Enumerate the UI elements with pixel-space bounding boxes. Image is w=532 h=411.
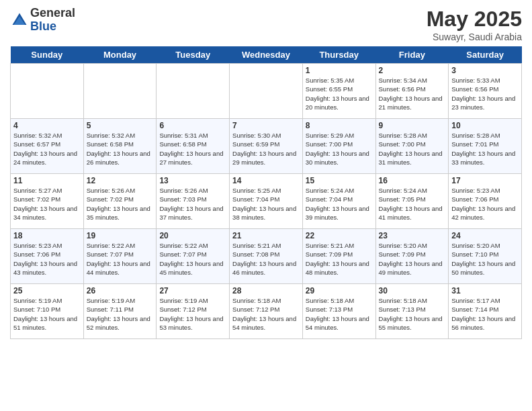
- cell-info: Sunrise: 5:30 AM Sunset: 6:59 PM Dayligh…: [232, 131, 300, 167]
- daylight-text: Daylight: 13 hours and 29 minutes.: [232, 150, 296, 166]
- calendar-cell-w2-d1: 4 Sunrise: 5:32 AM Sunset: 6:57 PM Dayli…: [11, 119, 84, 174]
- sunrise-text: Sunrise: 5:19 AM: [87, 297, 135, 304]
- sunset-text: Sunset: 7:11 PM: [87, 306, 134, 313]
- sunset-text: Sunset: 6:57 PM: [13, 140, 60, 148]
- day-number: 22: [306, 231, 373, 240]
- day-number: 29: [306, 286, 373, 295]
- daylight-text: Daylight: 13 hours and 46 minutes.: [232, 260, 296, 276]
- calendar-cell-w3-d5: 15 Sunrise: 5:24 AM Sunset: 7:04 PM Dayl…: [302, 174, 375, 229]
- calendar-cell-w3-d6: 16 Sunrise: 5:24 AM Sunset: 7:05 PM Dayl…: [375, 174, 449, 229]
- sunrise-text: Sunrise: 5:18 AM: [232, 297, 281, 304]
- header-wednesday: Wednesday: [230, 46, 303, 64]
- sunset-text: Sunset: 7:05 PM: [379, 195, 426, 203]
- cell-info: Sunrise: 5:22 AM Sunset: 7:07 PM Dayligh…: [87, 241, 154, 277]
- header-sunday: Sunday: [11, 46, 84, 64]
- sunrise-text: Sunrise: 5:34 AM: [379, 77, 427, 84]
- header-thursday: Thursday: [302, 46, 375, 64]
- cell-info: Sunrise: 5:31 AM Sunset: 6:58 PM Dayligh…: [159, 131, 226, 167]
- sunrise-text: Sunrise: 5:35 AM: [306, 77, 354, 84]
- week-row-3: 11 Sunrise: 5:27 AM Sunset: 7:02 PM Dayl…: [11, 174, 522, 229]
- logo: General Blue: [10, 7, 75, 34]
- daylight-text: Daylight: 13 hours and 54 minutes.: [232, 315, 296, 331]
- cell-info: Sunrise: 5:28 AM Sunset: 7:00 PM Dayligh…: [379, 131, 446, 167]
- day-number: 14: [232, 176, 300, 185]
- calendar-cell-w3-d4: 14 Sunrise: 5:25 AM Sunset: 7:04 PM Dayl…: [230, 174, 303, 229]
- cell-info: Sunrise: 5:28 AM Sunset: 7:01 PM Dayligh…: [451, 131, 519, 167]
- sunset-text: Sunset: 7:07 PM: [159, 250, 206, 258]
- daylight-text: Daylight: 13 hours and 42 minutes.: [451, 205, 515, 221]
- sunrise-text: Sunrise: 5:28 AM: [379, 132, 427, 139]
- daylight-text: Daylight: 13 hours and 54 minutes.: [306, 315, 369, 331]
- cell-info: Sunrise: 5:34 AM Sunset: 6:56 PM Dayligh…: [379, 76, 446, 111]
- cell-info: Sunrise: 5:19 AM Sunset: 7:11 PM Dayligh…: [87, 296, 154, 332]
- calendar-cell-w4-d1: 18 Sunrise: 5:23 AM Sunset: 7:06 PM Dayl…: [11, 229, 84, 284]
- week-row-1: 1 Sunrise: 5:35 AM Sunset: 6:55 PM Dayli…: [11, 64, 522, 119]
- sunrise-text: Sunrise: 5:32 AM: [87, 132, 135, 139]
- calendar-cell-w2-d3: 6 Sunrise: 5:31 AM Sunset: 6:58 PM Dayli…: [157, 119, 230, 174]
- daylight-text: Daylight: 13 hours and 39 minutes.: [306, 205, 369, 221]
- cell-info: Sunrise: 5:23 AM Sunset: 7:06 PM Dayligh…: [13, 241, 81, 277]
- day-number: 12: [87, 176, 154, 185]
- cell-info: Sunrise: 5:26 AM Sunset: 7:03 PM Dayligh…: [159, 186, 226, 222]
- sunrise-text: Sunrise: 5:28 AM: [451, 132, 500, 139]
- cell-info: Sunrise: 5:18 AM Sunset: 7:13 PM Dayligh…: [379, 296, 446, 332]
- sunrise-text: Sunrise: 5:19 AM: [159, 297, 208, 304]
- daylight-text: Daylight: 13 hours and 34 minutes.: [13, 205, 77, 221]
- sunset-text: Sunset: 7:06 PM: [13, 250, 60, 258]
- sunset-text: Sunset: 7:06 PM: [451, 195, 498, 203]
- day-number: 30: [379, 286, 446, 295]
- cell-info: Sunrise: 5:24 AM Sunset: 7:04 PM Dayligh…: [306, 186, 373, 222]
- daylight-text: Daylight: 13 hours and 26 minutes.: [87, 150, 150, 166]
- sunset-text: Sunset: 7:07 PM: [87, 250, 134, 258]
- week-row-5: 25 Sunrise: 5:19 AM Sunset: 7:10 PM Dayl…: [11, 284, 522, 339]
- calendar-cell-w1-d7: 3 Sunrise: 5:33 AM Sunset: 6:56 PM Dayli…: [449, 64, 522, 119]
- daylight-text: Daylight: 13 hours and 38 minutes.: [232, 205, 296, 221]
- calendar-cell-w4-d5: 22 Sunrise: 5:21 AM Sunset: 7:09 PM Dayl…: [302, 229, 375, 284]
- daylight-text: Daylight: 13 hours and 50 minutes.: [451, 260, 515, 276]
- sunset-text: Sunset: 7:14 PM: [451, 306, 498, 313]
- sunset-text: Sunset: 7:03 PM: [159, 195, 206, 203]
- week-row-4: 18 Sunrise: 5:23 AM Sunset: 7:06 PM Dayl…: [11, 229, 522, 284]
- calendar-cell-w2-d5: 8 Sunrise: 5:29 AM Sunset: 7:00 PM Dayli…: [302, 119, 375, 174]
- day-number: 1: [306, 66, 373, 75]
- sunset-text: Sunset: 6:58 PM: [87, 140, 134, 148]
- calendar-cell-w2-d2: 5 Sunrise: 5:32 AM Sunset: 6:58 PM Dayli…: [83, 119, 157, 174]
- sunrise-text: Sunrise: 5:19 AM: [13, 297, 62, 304]
- sunset-text: Sunset: 7:10 PM: [13, 306, 60, 313]
- day-number: 9: [379, 121, 446, 130]
- sunset-text: Sunset: 7:12 PM: [232, 306, 279, 313]
- page-header: General Blue May 2025 Suwayr, Saudi Arab…: [10, 7, 522, 42]
- days-header-row: Sunday Monday Tuesday Wednesday Thursday…: [11, 46, 522, 64]
- day-number: 19: [87, 231, 154, 240]
- sunrise-text: Sunrise: 5:27 AM: [13, 187, 62, 194]
- daylight-text: Daylight: 13 hours and 49 minutes.: [379, 260, 443, 276]
- logo-icon: [10, 11, 29, 30]
- cell-info: Sunrise: 5:35 AM Sunset: 6:55 PM Dayligh…: [306, 76, 373, 111]
- logo-blue-text: Blue: [30, 20, 75, 34]
- day-number: 18: [13, 231, 81, 240]
- sunrise-text: Sunrise: 5:20 AM: [379, 242, 427, 249]
- daylight-text: Daylight: 13 hours and 55 minutes.: [379, 315, 443, 331]
- sunset-text: Sunset: 7:08 PM: [232, 250, 279, 258]
- sunrise-text: Sunrise: 5:33 AM: [451, 77, 500, 84]
- sunset-text: Sunset: 7:02 PM: [13, 195, 60, 203]
- sunrise-text: Sunrise: 5:31 AM: [159, 132, 208, 139]
- cell-info: Sunrise: 5:21 AM Sunset: 7:08 PM Dayligh…: [232, 241, 300, 277]
- calendar-cell-w2-d7: 10 Sunrise: 5:28 AM Sunset: 7:01 PM Dayl…: [449, 119, 522, 174]
- cell-info: Sunrise: 5:18 AM Sunset: 7:12 PM Dayligh…: [232, 296, 300, 332]
- sunset-text: Sunset: 7:12 PM: [159, 306, 206, 313]
- sunrise-text: Sunrise: 5:25 AM: [232, 187, 281, 194]
- daylight-text: Daylight: 13 hours and 24 minutes.: [13, 150, 77, 166]
- cell-info: Sunrise: 5:27 AM Sunset: 7:02 PM Dayligh…: [13, 186, 81, 222]
- calendar-cell-w5-d6: 30 Sunrise: 5:18 AM Sunset: 7:13 PM Dayl…: [375, 284, 449, 339]
- calendar-cell-w4-d6: 23 Sunrise: 5:20 AM Sunset: 7:09 PM Dayl…: [375, 229, 449, 284]
- daylight-text: Daylight: 13 hours and 31 minutes.: [379, 150, 443, 166]
- daylight-text: Daylight: 13 hours and 20 minutes.: [306, 95, 369, 111]
- calendar-table: Sunday Monday Tuesday Wednesday Thursday…: [10, 46, 522, 339]
- daylight-text: Daylight: 13 hours and 33 minutes.: [451, 150, 515, 166]
- calendar-cell-w1-d4: [230, 64, 303, 119]
- sunset-text: Sunset: 6:59 PM: [232, 140, 279, 148]
- location-subtitle: Suwayr, Saudi Arabia: [427, 32, 522, 42]
- sunrise-text: Sunrise: 5:17 AM: [451, 297, 500, 304]
- cell-info: Sunrise: 5:20 AM Sunset: 7:10 PM Dayligh…: [451, 241, 519, 277]
